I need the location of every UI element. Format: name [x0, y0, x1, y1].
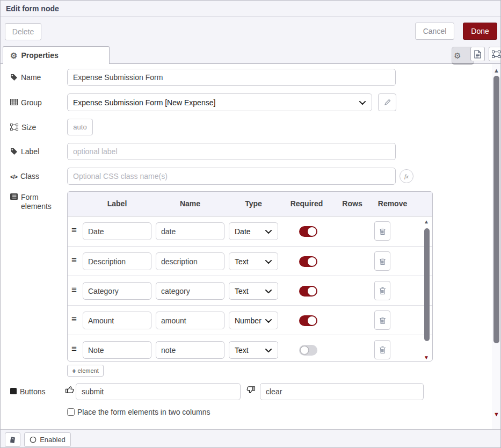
remove-element-button[interactable]	[374, 310, 390, 330]
element-name-input[interactable]	[156, 341, 224, 359]
appearance-button[interactable]	[489, 47, 501, 61]
trash-icon	[379, 346, 386, 354]
element-label-input[interactable]	[83, 222, 151, 240]
dialog-toolbar: Delete Cancel Done	[1, 17, 500, 44]
dialog-title: Edit form node	[6, 4, 59, 13]
node-help-button[interactable]	[5, 432, 20, 447]
chevron-down-icon	[265, 260, 272, 264]
dialog-scrollbar[interactable]: ▲ ▼	[492, 64, 501, 429]
scroll-up-icon[interactable]: ▲	[424, 219, 429, 225]
class-fx-button[interactable]: fx	[400, 169, 413, 183]
buttons-icon	[10, 388, 17, 394]
edit-group-button[interactable]	[378, 93, 396, 111]
description-button[interactable]	[470, 47, 485, 61]
col-header-label: Label	[83, 199, 151, 208]
gear-icon: ⚙	[10, 52, 17, 60]
element-label-input[interactable]	[83, 341, 151, 359]
edit-form-node-dialog: Edit form node Delete Cancel Done ⚙ Prop…	[0, 0, 501, 448]
object-group-icon	[10, 124, 18, 131]
required-toggle[interactable]	[299, 315, 317, 326]
name-label: Name	[10, 73, 41, 82]
list-alt-icon	[10, 193, 18, 200]
book-icon	[9, 436, 16, 444]
cancel-button[interactable]: Cancel	[415, 23, 454, 40]
toggle-knob	[300, 346, 309, 355]
object-group-icon	[492, 50, 500, 58]
enabled-label: Enabled	[40, 436, 66, 444]
class-input[interactable]	[67, 168, 396, 185]
size-button[interactable]: auto	[67, 119, 93, 135]
chevron-down-icon	[359, 101, 366, 105]
element-type-select[interactable]: Number	[229, 312, 278, 329]
element-name-input[interactable]	[156, 222, 224, 240]
element-name-input[interactable]	[156, 252, 224, 270]
toggle-knob	[308, 257, 316, 266]
toggle-knob	[308, 287, 316, 295]
tab-properties[interactable]: ⚙ Properties	[3, 46, 110, 64]
chevron-down-icon	[265, 349, 272, 352]
delete-button[interactable]: Delete	[5, 23, 41, 40]
buttons-label: Buttons	[10, 387, 45, 396]
trash-icon	[379, 257, 386, 265]
toggle-knob	[308, 316, 316, 325]
plus-icon: +	[72, 367, 76, 375]
pencil-icon	[384, 99, 391, 106]
form-element-row: ≡ Text	[68, 246, 432, 276]
size-label: Size	[10, 123, 36, 132]
add-element-button[interactable]: + element	[67, 365, 104, 377]
drag-handle-icon[interactable]: ≡	[71, 344, 77, 353]
name-input[interactable]	[67, 69, 396, 86]
element-name-input[interactable]	[156, 282, 224, 300]
done-button[interactable]: Done	[463, 23, 497, 40]
element-label-input[interactable]	[83, 252, 151, 270]
scroll-up-icon[interactable]: ▲	[493, 67, 499, 74]
element-name-input[interactable]	[156, 312, 224, 329]
toggle-knob	[308, 227, 316, 236]
scrollbar-thumb[interactable]	[493, 76, 499, 343]
element-label-input[interactable]	[83, 282, 151, 300]
tag-icon	[10, 148, 18, 155]
form-element-row: ≡ Text	[68, 335, 432, 362]
submit-button-label-input[interactable]	[76, 383, 241, 400]
label-input[interactable]	[67, 143, 396, 160]
group-select[interactable]: Expense Submission Form [New Expense]	[67, 93, 372, 111]
circle-icon	[30, 436, 37, 443]
element-label-input[interactable]	[83, 312, 151, 329]
drag-handle-icon[interactable]: ≡	[71, 315, 77, 324]
scroll-down-icon[interactable]: ▼	[424, 355, 429, 360]
remove-element-button[interactable]	[374, 340, 390, 359]
form-element-row: ≡ Date	[68, 216, 432, 246]
table-scrollbar[interactable]: ▲ ▼	[423, 219, 431, 360]
remove-element-button[interactable]	[374, 281, 390, 300]
element-type-select[interactable]: Text	[229, 341, 278, 359]
two-columns-checkbox[interactable]	[67, 408, 75, 416]
drag-handle-icon[interactable]: ≡	[71, 226, 77, 235]
drag-handle-icon[interactable]: ≡	[71, 285, 77, 294]
group-label: Group	[10, 98, 42, 107]
element-type-select[interactable]: Date	[229, 222, 278, 240]
tag-icon	[10, 74, 18, 81]
required-toggle[interactable]	[299, 286, 317, 297]
thumbs-down-icon	[246, 385, 256, 394]
clear-button-label-input[interactable]	[260, 383, 424, 400]
enabled-toggle-button[interactable]: Enabled	[24, 432, 71, 447]
col-header-name: Name	[156, 199, 224, 208]
scroll-down-icon[interactable]: ▼	[493, 411, 499, 417]
required-toggle[interactable]	[299, 226, 317, 237]
two-columns-label: Place the form elements in two columns	[77, 408, 210, 416]
required-toggle[interactable]	[299, 345, 317, 356]
drag-handle-icon[interactable]: ≡	[71, 256, 77, 265]
element-type-select[interactable]: Text	[229, 252, 278, 270]
thumbs-up-icon	[65, 385, 74, 394]
tab-properties-label: Properties	[21, 51, 58, 60]
document-icon	[474, 50, 481, 59]
form-elements-table: Label Name Type Required Rows Remove ≡ D…	[67, 191, 433, 362]
remove-element-button[interactable]	[374, 251, 390, 271]
element-type-select[interactable]: Text	[229, 282, 278, 300]
form-elements-label: Form elements	[10, 193, 56, 211]
trash-icon	[379, 316, 386, 324]
chevron-down-icon	[265, 290, 272, 293]
required-toggle[interactable]	[299, 256, 317, 267]
remove-element-button[interactable]	[374, 221, 390, 241]
scrollbar-thumb[interactable]	[424, 228, 430, 341]
